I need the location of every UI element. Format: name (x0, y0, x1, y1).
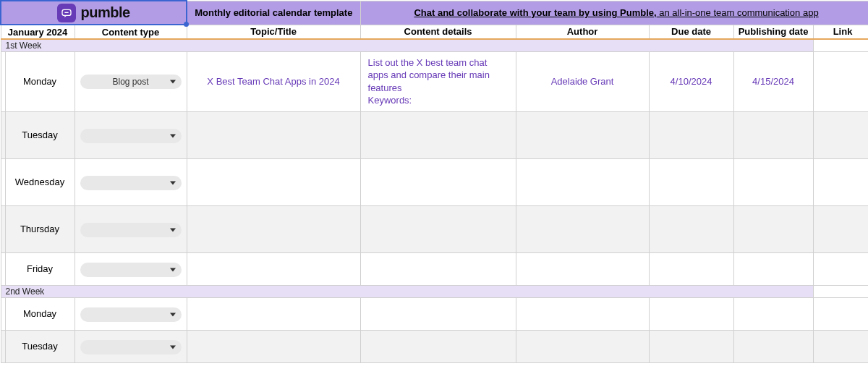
author-cell[interactable] (516, 205, 649, 252)
author-cell[interactable] (516, 158, 649, 205)
topic-cell[interactable] (187, 252, 360, 285)
week-divider: 2nd Week (1, 285, 868, 297)
chevron-down-icon (170, 80, 176, 84)
author-cell[interactable] (516, 330, 649, 362)
link-cell[interactable] (813, 330, 868, 362)
link-cell[interactable] (813, 252, 868, 285)
chevron-down-icon (170, 181, 176, 185)
pub-cell[interactable] (733, 330, 813, 362)
details-cell[interactable] (360, 297, 516, 330)
table-row: Friday (1, 252, 868, 285)
week-label: 2nd Week (1, 285, 813, 297)
chevron-down-icon (170, 345, 176, 349)
topic-cell[interactable]: X Best Team Chat Apps in 2024 (187, 51, 360, 111)
content-type-dropdown[interactable]: Blog post (80, 75, 182, 89)
details-cell[interactable] (360, 158, 516, 205)
topic-cell[interactable] (187, 330, 360, 362)
week-label: 1st Week (1, 39, 813, 51)
due-cell[interactable] (649, 330, 733, 362)
header-author: Author (516, 25, 649, 39)
author-cell[interactable]: Adelaide Grant (516, 51, 649, 111)
details-cell[interactable]: List out the X best team chat apps and c… (360, 51, 516, 111)
due-cell[interactable] (649, 158, 733, 205)
link-cell[interactable] (813, 205, 868, 252)
header-details: Content details (360, 25, 516, 39)
due-cell[interactable] (649, 297, 733, 330)
due-cell[interactable] (649, 111, 733, 158)
day-cell[interactable]: Monday (5, 51, 75, 111)
pub-cell[interactable] (733, 297, 813, 330)
header-content-type: Content type (75, 25, 187, 39)
day-cell[interactable]: Tuesday (5, 330, 75, 362)
content-type-cell[interactable] (75, 252, 187, 285)
logo-cell[interactable]: pumble (1, 1, 187, 25)
details-cell[interactable] (360, 205, 516, 252)
content-type-dropdown[interactable] (80, 307, 182, 322)
due-cell[interactable]: 4/10/2024 (649, 51, 733, 111)
editorial-calendar-table: pumble Monthly editorial calendar templa… (0, 0, 868, 363)
content-type-dropdown[interactable] (80, 176, 182, 190)
chevron-down-icon (170, 228, 176, 232)
day-cell[interactable]: Monday (5, 297, 75, 330)
day-cell[interactable]: Thursday (5, 205, 75, 252)
header-month: January 2024 (1, 25, 75, 39)
details-cell[interactable] (360, 111, 516, 158)
content-type-cell[interactable] (75, 158, 187, 205)
day-cell[interactable]: Friday (5, 252, 75, 285)
details-cell[interactable] (360, 252, 516, 285)
topic-cell[interactable] (187, 297, 360, 330)
table-row: MondayBlog postX Best Team Chat Apps in … (1, 51, 868, 111)
column-headers-row: January 2024 Content type Topic/Title Co… (1, 25, 868, 39)
link-cell[interactable] (813, 111, 868, 158)
content-type-value: Blog post (112, 77, 148, 87)
day-cell[interactable]: Wednesday (5, 158, 75, 205)
topic-cell[interactable] (187, 158, 360, 205)
pumble-logo-icon (57, 4, 76, 22)
banner-row: pumble Monthly editorial calendar templa… (1, 1, 868, 25)
author-cell[interactable] (516, 297, 649, 330)
pub-cell[interactable] (733, 205, 813, 252)
author-cell[interactable] (516, 111, 649, 158)
content-type-cell[interactable] (75, 297, 187, 330)
template-title: Monthly editorial calendar template (187, 1, 360, 25)
pub-cell[interactable] (733, 252, 813, 285)
link-cell[interactable] (813, 297, 868, 330)
link-cell[interactable] (813, 158, 868, 205)
details-cell[interactable] (360, 330, 516, 362)
pub-cell[interactable] (733, 158, 813, 205)
table-row: Thursday (1, 205, 868, 252)
author-cell[interactable] (516, 252, 649, 285)
chevron-down-icon (170, 134, 176, 138)
table-row: Wednesday (1, 158, 868, 205)
pub-cell[interactable] (733, 111, 813, 158)
topic-cell[interactable] (187, 205, 360, 252)
header-due: Due date (649, 25, 733, 39)
content-type-cell[interactable] (75, 111, 187, 158)
due-cell[interactable] (649, 252, 733, 285)
table-row: Tuesday (1, 330, 868, 362)
table-row: Monday (1, 297, 868, 330)
table-row: Tuesday (1, 111, 868, 158)
content-type-cell[interactable] (75, 330, 187, 362)
logo-text: pumble (80, 4, 129, 21)
header-link: Link (813, 25, 868, 39)
chevron-down-icon (170, 268, 176, 272)
content-type-cell[interactable]: Blog post (75, 51, 187, 111)
content-type-dropdown[interactable] (80, 223, 182, 237)
content-type-dropdown[interactable] (80, 340, 182, 354)
content-type-cell[interactable] (75, 205, 187, 252)
header-pub: Publishing date (733, 25, 813, 39)
content-type-dropdown[interactable] (80, 263, 182, 277)
topic-cell[interactable] (187, 111, 360, 158)
promo-link[interactable]: Chat and collaborate with your team by u… (360, 1, 868, 25)
day-cell[interactable]: Tuesday (5, 111, 75, 158)
content-type-dropdown[interactable] (80, 129, 182, 143)
header-topic: Topic/Title (187, 25, 360, 39)
pub-cell[interactable]: 4/15/2024 (733, 51, 813, 111)
chevron-down-icon (170, 313, 176, 317)
week-divider: 1st Week (1, 39, 868, 51)
link-cell[interactable] (813, 51, 868, 111)
due-cell[interactable] (649, 205, 733, 252)
